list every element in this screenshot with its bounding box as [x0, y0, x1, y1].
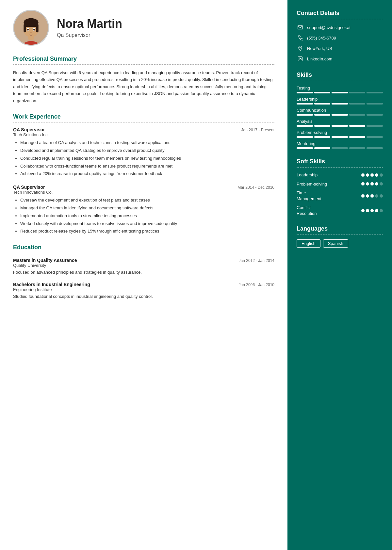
skill-seg	[349, 147, 366, 149]
skill-seg	[349, 136, 366, 138]
skill-seg	[349, 92, 366, 93]
skill-seg	[332, 92, 348, 93]
skill-seg	[349, 114, 366, 116]
bullet-item: Achieved a 20% increase in product quali…	[20, 170, 274, 177]
education-section: Education Masters in Quality Assurance J…	[13, 244, 274, 300]
edu-desc: Studied foundational concepts in industr…	[13, 293, 274, 300]
skill-seg	[349, 103, 366, 105]
contact-linkedin-text: LinkedIn.com	[307, 57, 332, 61]
soft-skill-item: Problem-solving	[297, 181, 383, 187]
job-dates: Jan 2017 - Present	[241, 128, 274, 132]
languages-title: Languages	[297, 225, 383, 232]
svg-point-10	[27, 29, 29, 31]
dot	[366, 173, 369, 177]
dot	[380, 194, 383, 198]
dot	[366, 209, 369, 212]
skill-seg	[367, 136, 383, 138]
dot	[370, 173, 374, 177]
skill-seg	[332, 103, 348, 105]
skill-seg	[297, 136, 313, 138]
email-icon	[297, 24, 304, 31]
skill-seg	[367, 147, 383, 149]
job-company: Tech Innovations Co.	[13, 190, 274, 195]
skill-item: Mentoring	[297, 141, 383, 149]
contact-email-text: support@cvdesigner.ai	[307, 25, 350, 30]
skill-item: Analysis	[297, 119, 383, 127]
dot	[370, 209, 374, 212]
contact-title: Contact Details	[297, 10, 383, 17]
skill-seg	[314, 125, 331, 127]
skill-seg	[314, 136, 331, 138]
job-company: Tech Solutions Inc.	[13, 132, 274, 137]
skills-section: Skills Testing Leadership	[297, 72, 383, 149]
soft-skill-name: Problem-solving	[297, 181, 361, 187]
job-dates: Mar 2014 - Dec 2016	[237, 185, 274, 190]
dot	[380, 173, 383, 177]
edu-degree: Masters in Quality Assurance	[13, 258, 77, 263]
education-title: Education	[13, 244, 274, 251]
dot	[375, 194, 378, 198]
skill-bar	[297, 103, 383, 105]
soft-skill-item: TimeManagement	[297, 190, 383, 202]
skill-seg	[367, 92, 383, 93]
languages-section: Languages English Spanish	[297, 225, 383, 248]
svg-point-14	[300, 47, 301, 48]
bullet-item: Managed the QA team in identifying and d…	[20, 205, 274, 212]
edu-header: Masters in Quality Assurance Jan 2012 - …	[13, 258, 274, 263]
svg-point-11	[33, 29, 35, 31]
skill-seg	[367, 114, 383, 116]
skill-bar	[297, 147, 383, 149]
skill-seg	[332, 136, 348, 138]
soft-skill-dots	[361, 209, 383, 212]
dot	[361, 209, 365, 212]
skill-seg	[314, 114, 331, 116]
skill-bar	[297, 136, 383, 138]
soft-skills-divider	[297, 167, 383, 168]
svg-rect-16	[299, 58, 300, 60]
skill-name: Leadership	[297, 97, 383, 102]
header-text-block: Nora Martin Qa Supervisor	[57, 17, 122, 38]
dot	[370, 194, 374, 198]
job-item: QA Supervisor Jan 2017 - Present Tech So…	[13, 127, 274, 177]
skill-item: Testing	[297, 86, 383, 93]
skill-name: Analysis	[297, 119, 383, 124]
skill-item: Leadership	[297, 97, 383, 105]
job-title: QA Supervisor	[13, 127, 45, 132]
contact-location: NewYork, US	[297, 45, 383, 52]
svg-point-12	[30, 32, 32, 33]
summary-title: Professional Summary	[13, 56, 274, 62]
dot	[361, 182, 365, 186]
edu-item: Bachelors in Industrial Engineering Jan …	[13, 282, 274, 300]
contact-phone: (555) 345-6789	[297, 34, 383, 41]
resume-header: Nora Martin Qa Supervisor	[13, 10, 274, 46]
language-badges: English Spanish	[297, 239, 383, 248]
bullet-item: Conducted regular training sessions for …	[20, 155, 274, 162]
edu-school: Engineering Institute	[13, 287, 274, 292]
skills-title: Skills	[297, 72, 383, 78]
skill-bar	[297, 92, 383, 93]
skill-seg	[314, 103, 331, 105]
dot	[361, 194, 365, 198]
summary-section: Professional Summary Results-driven QA S…	[13, 56, 274, 104]
contact-email: support@cvdesigner.ai	[297, 24, 383, 31]
bullet-item: Developed and implemented QA strategies …	[20, 147, 274, 154]
skill-seg	[332, 147, 348, 149]
job-header: QA Supervisor Mar 2014 - Dec 2016	[13, 185, 274, 190]
skill-seg	[297, 125, 313, 127]
dot	[370, 182, 374, 186]
skill-seg	[297, 114, 313, 116]
skill-seg	[297, 147, 313, 149]
soft-skills-section: Soft Skills Leadership Problem-solving	[297, 158, 383, 216]
bullet-item: Collaborated with cross-functional teams…	[20, 163, 274, 170]
soft-skills-title: Soft Skills	[297, 158, 383, 165]
skill-seg	[297, 103, 313, 105]
language-badge-english: English	[297, 239, 320, 248]
work-divider	[13, 122, 274, 122]
svg-rect-6	[24, 24, 26, 32]
linkedin-icon	[297, 55, 304, 62]
soft-skill-dots	[361, 194, 383, 198]
dot	[366, 194, 369, 198]
soft-skill-name: ConflictResolution	[297, 205, 361, 216]
contact-location-text: NewYork, US	[307, 46, 332, 51]
education-divider	[13, 253, 274, 253]
